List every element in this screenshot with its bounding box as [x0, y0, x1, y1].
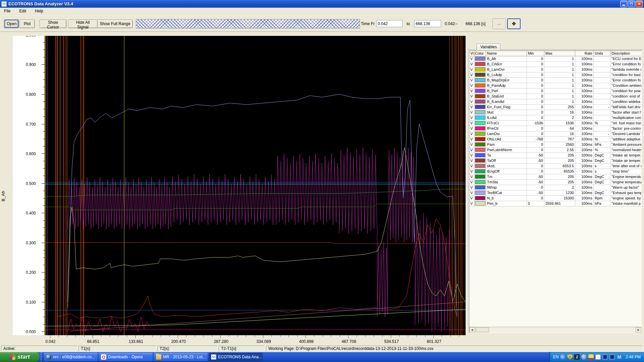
color-swatch[interactable]: [475, 57, 485, 61]
table-row-PwrLsbHtNorm[interactable]: VPwrLsbHtNorm02.55100ms%"normalized heat…: [469, 147, 641, 153]
color-swatch[interactable]: [475, 191, 485, 195]
menu-file[interactable]: File: [3, 8, 12, 14]
column-header-name[interactable]: Name: [486, 51, 527, 56]
close-button[interactable]: ×: [636, 1, 643, 7]
table-row-Ta[interactable]: VTa-50205100msDegC"Intake air temper.: [469, 153, 641, 158]
table-row-LamDsr[interactable]: VLamDsr016100ms-"Desired Lambda': [469, 131, 641, 137]
menu-edit[interactable]: Edit: [18, 8, 28, 14]
messenger-duck-icon[interactable]: [588, 354, 594, 360]
color-swatch[interactable]: [475, 185, 485, 189]
table-row-FlTrsCr[interactable]: VFlTrsCr-15361536100ms%"rel. fuel mass t…: [469, 121, 641, 126]
zonealarm-icon[interactable]: Z: [574, 354, 580, 360]
table-row-fLcAd[interactable]: VfLcAd02100ms"multiplicative corr: [469, 115, 641, 121]
table-row-TmSta[interactable]: VTmSta-50205100msDegC"engine temperatu: [469, 180, 641, 185]
table-row-B_LamOvr[interactable]: VB_LamOvr01100ms"lambda override s: [469, 67, 641, 72]
column-header-color[interactable]: Color: [475, 51, 486, 56]
table-row-B_CrkErr[interactable]: VB_CrkErr01100ms"Error condition fo: [469, 62, 641, 67]
taskbar-task[interactable]: ECOTRONS Data Ana...: [209, 353, 263, 361]
table-row-OfsLcAd[interactable]: VOfsLcAd-768767100ms%"additive adaptive: [469, 137, 641, 142]
column-header-max[interactable]: Max: [544, 51, 575, 56]
table-row-fPreCtl[interactable]: VfPreCtl064100ms"factor: pre-contro: [469, 126, 641, 131]
color-swatch[interactable]: [475, 169, 485, 173]
taskbar-task[interactable]: ODownloads - Opera: [99, 353, 153, 361]
table-row-TaOff[interactable]: VTaOff-50205100msDegC"Intake air temper.: [469, 158, 641, 164]
restore-button[interactable]: [628, 1, 635, 7]
language-indicator[interactable]: EN: [553, 355, 559, 359]
taskbar-task[interactable]: MR - 2013-05-23 - Lol...: [154, 353, 208, 361]
column-header-description[interactable]: Description: [610, 51, 641, 56]
plot-area[interactable]: [45, 36, 466, 335]
column-header-min[interactable]: Min: [527, 51, 544, 56]
table-row-N_b[interactable]: VN_b015300100msRpm"engine speed. by: [469, 196, 641, 201]
color-swatch[interactable]: [475, 105, 485, 109]
color-swatch[interactable]: [475, 142, 485, 146]
color-swatch[interactable]: [475, 94, 485, 98]
scheduler-icon[interactable]: ◦: [595, 354, 601, 360]
show-cursor-button[interactable]: Show Cursor: [40, 19, 66, 28]
table-row-Pam[interactable]: VPam02560100mshPa"Ambient pressure: [469, 142, 641, 147]
table-row-Err_Fuel_Flag[interactable]: VErr_Fuel_Flag0255100ms-"bitFields fuel …: [469, 105, 641, 110]
color-swatch[interactable]: [475, 153, 485, 157]
time-from-input[interactable]: [376, 20, 402, 27]
network2-icon[interactable]: [609, 354, 615, 360]
color-swatch[interactable]: [475, 110, 485, 114]
color-swatch[interactable]: [475, 180, 485, 184]
color-swatch[interactable]: [475, 116, 485, 120]
table-row-B_fLamAd[interactable]: VB_fLamAd01100ms"condition wideba: [469, 99, 641, 105]
color-swatch[interactable]: [475, 83, 485, 87]
color-swatch[interactable]: [475, 159, 485, 163]
tab-variables[interactable]: Variables: [477, 44, 500, 50]
pan-all-directions-button[interactable]: ✥: [507, 18, 521, 29]
horizontal-scrollbar[interactable]: ◄ ►: [469, 327, 641, 333]
column-header-vi[interactable]: Vi:: [469, 51, 475, 56]
color-swatch[interactable]: [475, 201, 485, 205]
taskbar-clock[interactable]: 2:48 PM: [626, 355, 641, 359]
table-row-B_Pwf[interactable]: VB_Pwf01100ms"condition for pow: [469, 88, 641, 94]
color-swatch[interactable]: [475, 100, 485, 104]
table-row-Tm[interactable]: VTm-50205100msDegC"Engine temperatu: [469, 174, 641, 180]
table-row-Pim_b[interactable]: VPim_b02559.961100mshPa"intake manifold …: [469, 201, 641, 206]
color-swatch[interactable]: [475, 121, 485, 125]
table-row-tAstL[interactable]: VtAstL06553.5100mss"time after end of s: [469, 164, 641, 169]
network-icon[interactable]: [602, 354, 608, 360]
color-swatch[interactable]: [475, 175, 485, 179]
color-swatch[interactable]: [475, 67, 485, 71]
table-row-B_MapDrpErr[interactable]: VB_MapDrpErr01100ms"Error condition fo: [469, 78, 641, 83]
column-header-rate[interactable]: Rate: [575, 51, 594, 56]
color-swatch[interactable]: [475, 78, 485, 82]
column-header-units[interactable]: Units: [594, 51, 610, 56]
scrollbar-thumb[interactable]: [476, 327, 489, 332]
scroll-left-button[interactable]: ◄: [469, 327, 475, 333]
taskbar-task[interactable]: nrc - e08@eddiem.co...: [44, 353, 98, 361]
table-row-fAst[interactable]: VfAst016100ms"factor after start f: [469, 110, 641, 115]
table-row-fWmp[interactable]: VfWmp02100ms"Warm up factor": [469, 185, 641, 190]
menu-help[interactable]: Help: [34, 8, 45, 14]
color-swatch[interactable]: [475, 73, 485, 77]
security-shield-icon[interactable]: !: [567, 354, 573, 360]
table-row-B_Afr[interactable]: VB_Afr01100ms"ECU control for E: [469, 56, 641, 62]
table-row-B_StaEnd[interactable]: VB_StaEnd01100ms"condition: end of: [469, 94, 641, 99]
open-button[interactable]: Open: [4, 19, 19, 28]
show-full-range-button[interactable]: Show Full Range: [97, 19, 133, 28]
color-swatch[interactable]: [475, 196, 485, 200]
color-swatch[interactable]: [475, 126, 485, 130]
color-swatch[interactable]: [475, 89, 485, 93]
table-row-TexBfCat[interactable]: VTexBfCat-501230100msDegC"Exhaust gas te…: [469, 190, 641, 196]
start-button[interactable]: start: [0, 352, 40, 362]
webcam-icon[interactable]: [581, 354, 587, 360]
color-swatch[interactable]: [475, 132, 485, 136]
table-row-B_LcAdp[interactable]: VB_LcAdp01100ms"condition for basi: [469, 72, 641, 78]
time-to-input[interactable]: [414, 20, 441, 27]
msn-butterfly-icon[interactable]: M: [616, 354, 622, 360]
color-swatch[interactable]: [475, 164, 485, 168]
color-swatch[interactable]: [475, 62, 485, 66]
plot-button[interactable]: Plot: [19, 19, 35, 28]
hide-all-signal-button[interactable]: Hide All Signal: [68, 19, 98, 28]
table-row-tEngOff[interactable]: VtEngOff065535100mss"stop time": [469, 169, 641, 174]
hide-icons-chevron-icon[interactable]: ‹: [560, 354, 566, 360]
pan-horizontal-button[interactable]: ⇔: [492, 18, 506, 29]
color-swatch[interactable]: [475, 137, 485, 141]
minimize-button[interactable]: [620, 1, 627, 7]
table-row-B_PamAdp[interactable]: VB_PamAdp01100ms"Condition ambien: [469, 83, 641, 88]
color-swatch[interactable]: [475, 148, 485, 152]
